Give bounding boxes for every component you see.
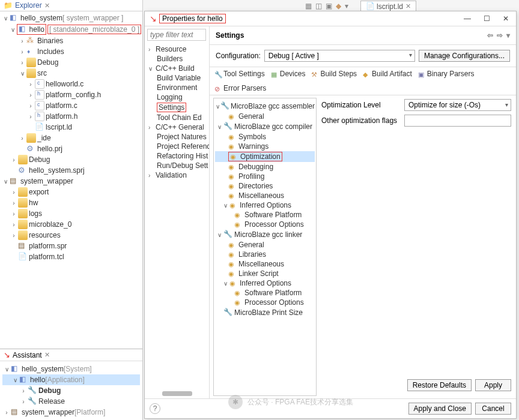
nav-projref[interactable]: Project Referenc (146, 142, 208, 151)
tree-item-binaries[interactable]: ›⁂Binaries (1, 35, 141, 46)
tab-build-steps[interactable]: Build Steps (311, 70, 357, 78)
menu-icon[interactable]: ▾ (506, 31, 510, 40)
ts-symbols[interactable]: Symbols (215, 132, 315, 142)
tree-item-hello[interactable]: ∨hello[ standalone_microblaze_0 ] (1, 23, 141, 35)
ts-optimization[interactable]: Optimization (215, 151, 315, 162)
includes-icon: ⬧ (26, 47, 36, 56)
ts-general[interactable]: General (215, 112, 315, 121)
file-icon (18, 241, 28, 251)
ts-general2[interactable]: General (215, 240, 315, 250)
minimize-button[interactable]: — (462, 14, 473, 23)
ts-printsize[interactable]: 🔧MicroBlaze Print Size (215, 307, 315, 318)
folder-icon (18, 198, 28, 208)
tree-item-resources[interactable]: ›resources (1, 230, 141, 241)
tree-item-ide[interactable]: ›_ide (1, 133, 141, 143)
tree-item-includes[interactable]: ›⬧Includes (1, 46, 141, 57)
tree-item-helloprj[interactable]: hello.prj (1, 143, 141, 154)
tree-item-lscript[interactable]: lscript.ld (1, 122, 141, 133)
nav-projnat[interactable]: Project Natures (146, 132, 208, 142)
apply-and-close-button[interactable]: Apply and Close (408, 403, 472, 415)
ts-swplatform[interactable]: Software Platform (215, 210, 315, 220)
ts-assembler[interactable]: ∨🔧MicroBlaze gcc assembler (215, 101, 315, 112)
ts-misc2[interactable]: Miscellaneous (215, 259, 315, 269)
tree-item-export[interactable]: ›export (1, 187, 141, 197)
assist-hello[interactable]: ∨hello [Application] (2, 374, 140, 385)
nav-rundebug[interactable]: Run/Debug Sett (146, 161, 208, 170)
manage-configurations-button[interactable]: Manage Configurations... (419, 50, 510, 62)
assist-syswrapper[interactable]: ›system_wrapper [Platform] (2, 407, 140, 418)
tab-binary-parsers[interactable]: Binary Parsers (418, 70, 475, 78)
ts-profiling[interactable]: Profiling (215, 172, 315, 181)
tree-item-debug[interactable]: ›Debug (1, 57, 141, 68)
other-flags-input[interactable] (404, 115, 511, 127)
cancel-button[interactable]: Cancel (475, 403, 511, 415)
tree-item-platformconfig[interactable]: ›platform_config.h (1, 89, 141, 100)
nav-refhist[interactable]: Refactoring Hist (146, 151, 208, 161)
ts-linkerscript[interactable]: Linker Script (215, 269, 315, 278)
ts-procopts2[interactable]: Processor Options (215, 298, 315, 307)
maximize-button[interactable]: ☐ (481, 14, 492, 23)
ts-libraries[interactable]: Libraries (215, 250, 315, 259)
nav-validation[interactable]: ›Validation (146, 170, 208, 180)
tree-item-logs[interactable]: ›logs (1, 208, 141, 219)
ts-compiler[interactable]: ∨🔧MicroBlaze gcc compiler (215, 121, 315, 132)
tree-item-hello-system[interactable]: ∨hello_system [ system_wrapper ] (1, 13, 141, 23)
assistant-title: Assistant (13, 351, 42, 359)
apply-button[interactable]: Apply (475, 379, 511, 391)
prop-icon (228, 172, 237, 181)
tab-devices[interactable]: Devices (271, 70, 306, 78)
nav-settings[interactable]: Settings (146, 102, 208, 113)
nav-logging[interactable]: Logging (146, 92, 208, 102)
folder-icon (18, 187, 28, 197)
ts-swplatform2[interactable]: Software Platform (215, 288, 315, 298)
tree-item-platformtcl[interactable]: platform.tcl (1, 251, 141, 262)
tree-item-src[interactable]: ∨src (1, 68, 141, 79)
close-button[interactable]: ✕ (500, 14, 511, 23)
nav-ccgeneral[interactable]: ›C/C++ General (146, 122, 208, 132)
ts-linker[interactable]: ∨🔧MicroBlaze gcc linker (215, 229, 315, 240)
close-icon[interactable]: ✕ (405, 2, 411, 10)
tab-tool-settings[interactable]: Tool Settings (214, 70, 265, 78)
close-icon[interactable]: ✕ (44, 351, 50, 359)
ts-procopts[interactable]: Processor Options (215, 220, 315, 229)
dialog-title: Properties for hello (159, 14, 226, 23)
close-icon[interactable]: ✕ (44, 2, 50, 10)
config-label: Configuration: (216, 52, 261, 60)
nav-resource[interactable]: ›Resource (146, 44, 208, 54)
editor-tab-lscript[interactable]: lscript.ld ✕ (360, 1, 416, 12)
tree-item-syswrapper[interactable]: ∨system_wrapper (1, 176, 141, 187)
assist-hello-system[interactable]: ∨hello_system [System] (2, 364, 140, 374)
nav-builders[interactable]: Builders (146, 54, 208, 64)
tree-item-sprj[interactable]: hello_system.sprj (1, 165, 141, 176)
back-icon[interactable]: ⇦ (487, 31, 493, 40)
ts-debugging[interactable]: Debugging (215, 162, 315, 172)
tree-item-platformh[interactable]: ›platform.h (1, 111, 141, 122)
settings-title: Settings (216, 31, 244, 40)
optimization-level-dropdown[interactable]: Optimize for size (-Os) (404, 99, 511, 111)
tree-item-hw[interactable]: ›hw (1, 197, 141, 208)
ts-warnings[interactable]: Warnings (215, 142, 315, 151)
ts-inferred[interactable]: ∨Inferred Options (215, 200, 315, 210)
assist-debug[interactable]: ›🔧Debug (2, 385, 140, 396)
filter-input[interactable] (147, 29, 206, 41)
ts-directories[interactable]: Directories (215, 181, 315, 191)
configuration-dropdown[interactable]: Debug [ Active ] (264, 50, 415, 62)
nav-toolchain[interactable]: Tool Chain Ed (146, 113, 208, 122)
tree-item-platformspr[interactable]: platform.spr (1, 241, 141, 251)
scrollbar[interactable] (162, 391, 192, 396)
ts-misc[interactable]: Miscellaneous (215, 191, 315, 200)
help-button[interactable]: ? (150, 403, 160, 414)
assist-release[interactable]: ›🔧Release (2, 396, 140, 407)
tree-item-microblaze[interactable]: ›microblaze_0 (1, 219, 141, 230)
ts-inferred2[interactable]: ∨Inferred Options (215, 278, 315, 288)
nav-buildvar[interactable]: Build Variable (146, 73, 208, 83)
nav-ccbuild[interactable]: ∨C/C++ Build (146, 64, 208, 73)
restore-defaults-button[interactable]: Restore Defaults (407, 379, 472, 391)
tree-item-platformc[interactable]: ›platform.c (1, 100, 141, 111)
tab-build-artifact[interactable]: Build Artifact (363, 70, 412, 78)
tab-error-parsers[interactable]: Error Parsers (214, 84, 266, 92)
nav-env[interactable]: Environment (146, 83, 208, 92)
tree-item-helloworld[interactable]: ›helloworld.c (1, 79, 141, 89)
tree-item-debug2[interactable]: ›Debug (1, 154, 141, 165)
forward-icon[interactable]: ⇨ (497, 31, 503, 40)
